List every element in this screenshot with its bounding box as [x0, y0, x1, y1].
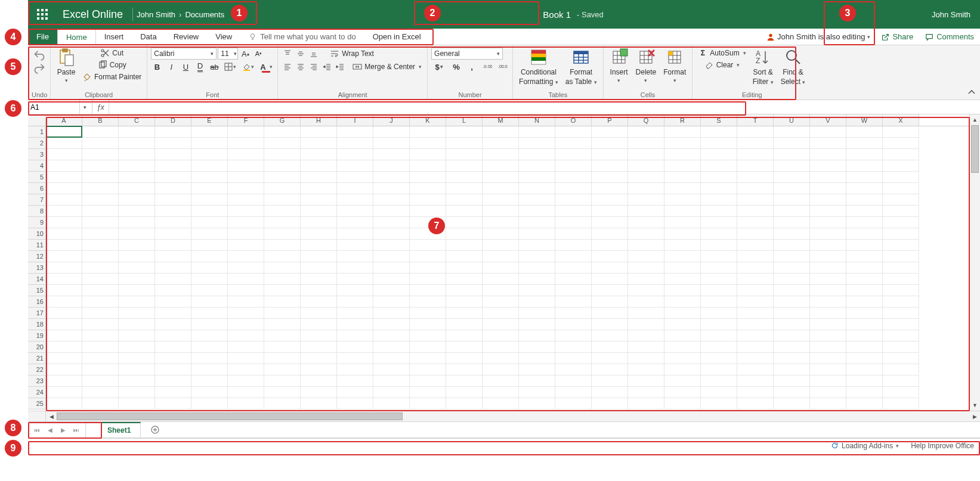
- cell[interactable]: [883, 398, 919, 409]
- cell[interactable]: [519, 228, 555, 240]
- cell[interactable]: [82, 172, 119, 183]
- cell[interactable]: [337, 217, 373, 228]
- cell[interactable]: [373, 376, 410, 387]
- cell[interactable]: [592, 398, 628, 409]
- cell[interactable]: [810, 149, 846, 160]
- breadcrumb-user[interactable]: John Smith: [137, 10, 175, 19]
- cell[interactable]: [883, 274, 919, 285]
- cell[interactable]: [410, 274, 446, 285]
- cell[interactable]: [373, 138, 410, 149]
- cell[interactable]: [810, 251, 846, 262]
- cell[interactable]: [483, 217, 519, 228]
- scrollbar-thumb[interactable]: [971, 125, 979, 173]
- cell[interactable]: [846, 126, 883, 138]
- cell[interactable]: [301, 274, 337, 285]
- cell[interactable]: [373, 217, 410, 228]
- cell[interactable]: [155, 172, 191, 183]
- cell[interactable]: [337, 387, 373, 398]
- cell[interactable]: [555, 398, 592, 409]
- cell[interactable]: [337, 149, 373, 160]
- row-header[interactable]: 19: [28, 330, 45, 342]
- cell[interactable]: [810, 138, 846, 149]
- column-header[interactable]: L: [446, 114, 483, 126]
- cell[interactable]: [701, 353, 737, 364]
- open-in-excel-link[interactable]: Open in Excel: [364, 29, 429, 45]
- cell[interactable]: [301, 183, 337, 194]
- cell[interactable]: [774, 194, 810, 206]
- cell[interactable]: [555, 172, 592, 183]
- cell[interactable]: [846, 319, 883, 330]
- cell[interactable]: [228, 285, 264, 296]
- cell[interactable]: [810, 206, 846, 217]
- cell[interactable]: [810, 160, 846, 172]
- cell[interactable]: [483, 353, 519, 364]
- cell[interactable]: [810, 376, 846, 387]
- autosum-button[interactable]: ΣAutoSum▾: [696, 48, 747, 58]
- cell[interactable]: [883, 319, 919, 330]
- cell[interactable]: [373, 330, 410, 342]
- cell[interactable]: [264, 308, 301, 319]
- cell[interactable]: [555, 330, 592, 342]
- cell[interactable]: [737, 126, 774, 138]
- cell[interactable]: [664, 296, 701, 308]
- cell[interactable]: [119, 228, 155, 240]
- cell[interactable]: [555, 342, 592, 353]
- cell[interactable]: [737, 149, 774, 160]
- cell[interactable]: [774, 206, 810, 217]
- cell[interactable]: [410, 126, 446, 138]
- cell[interactable]: [191, 160, 228, 172]
- cell[interactable]: [446, 296, 483, 308]
- column-header[interactable]: G: [264, 114, 301, 126]
- cell[interactable]: [446, 160, 483, 172]
- cell[interactable]: [264, 319, 301, 330]
- align-top-button[interactable]: [282, 48, 293, 60]
- delete-cells-button[interactable]: Delete▾: [633, 46, 659, 85]
- cell[interactable]: [82, 308, 119, 319]
- cell[interactable]: [119, 342, 155, 353]
- cell[interactable]: [337, 262, 373, 274]
- cell[interactable]: [301, 160, 337, 172]
- cell[interactable]: [119, 160, 155, 172]
- cell[interactable]: [46, 364, 82, 376]
- cell[interactable]: [883, 353, 919, 364]
- cell[interactable]: [483, 364, 519, 376]
- cell[interactable]: [373, 206, 410, 217]
- cell[interactable]: [301, 126, 337, 138]
- cell[interactable]: [373, 251, 410, 262]
- cell[interactable]: [446, 262, 483, 274]
- cell[interactable]: [664, 206, 701, 217]
- cell[interactable]: [628, 285, 664, 296]
- cell[interactable]: [628, 183, 664, 194]
- cell[interactable]: [483, 183, 519, 194]
- cell[interactable]: [228, 364, 264, 376]
- cell[interactable]: [155, 160, 191, 172]
- scroll-up-button[interactable]: ▲: [970, 114, 980, 125]
- cell[interactable]: [883, 194, 919, 206]
- column-header[interactable]: O: [555, 114, 592, 126]
- cell[interactable]: [483, 285, 519, 296]
- cell[interactable]: [810, 126, 846, 138]
- cell[interactable]: [119, 149, 155, 160]
- cell[interactable]: [337, 353, 373, 364]
- cell[interactable]: [119, 126, 155, 138]
- cell[interactable]: [191, 262, 228, 274]
- cell[interactable]: [846, 353, 883, 364]
- cell[interactable]: [46, 206, 82, 217]
- cell[interactable]: [446, 251, 483, 262]
- cell[interactable]: [846, 364, 883, 376]
- cell[interactable]: [82, 194, 119, 206]
- cell[interactable]: [46, 285, 82, 296]
- cell[interactable]: [446, 319, 483, 330]
- cell[interactable]: [119, 138, 155, 149]
- cell[interactable]: [228, 217, 264, 228]
- double-underline-button[interactable]: D: [194, 61, 206, 73]
- cell[interactable]: [592, 285, 628, 296]
- cell[interactable]: [628, 319, 664, 330]
- cell[interactable]: [737, 274, 774, 285]
- cell[interactable]: [883, 330, 919, 342]
- cell[interactable]: [373, 387, 410, 398]
- column-header[interactable]: B: [82, 114, 119, 126]
- cell[interactable]: [191, 217, 228, 228]
- cell[interactable]: [228, 138, 264, 149]
- cell[interactable]: [264, 160, 301, 172]
